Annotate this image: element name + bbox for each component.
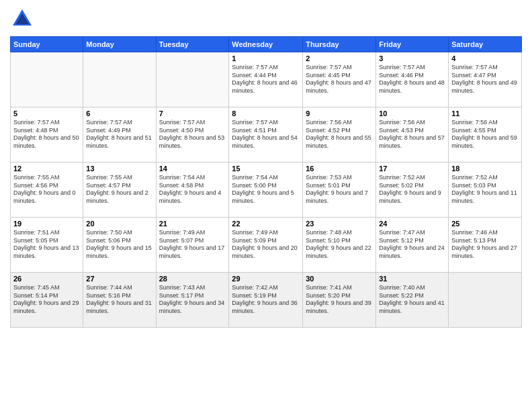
day-info: Sunrise: 7:57 AM Sunset: 4:45 PM Dayligh…	[306, 64, 373, 95]
calendar-cell: 13Sunrise: 7:55 AM Sunset: 4:57 PM Dayli…	[83, 163, 156, 218]
day-info: Sunrise: 7:45 AM Sunset: 5:14 PM Dayligh…	[13, 284, 80, 316]
day-info: Sunrise: 7:57 AM Sunset: 4:44 PM Dayligh…	[232, 64, 300, 95]
day-info: Sunrise: 7:57 AM Sunset: 4:47 PM Dayligh…	[451, 64, 519, 95]
calendar-cell: 24Sunrise: 7:47 AM Sunset: 5:12 PM Dayli…	[376, 218, 449, 273]
day-number: 20	[86, 220, 152, 228]
calendar-cell: 17Sunrise: 7:52 AM Sunset: 5:02 PM Dayli…	[376, 163, 449, 218]
calendar-header-row: SundayMondayTuesdayWednesdayThursdayFrid…	[11, 37, 522, 52]
calendar-week-row: 19Sunrise: 7:51 AM Sunset: 5:05 PM Dayli…	[11, 218, 522, 273]
weekday-header: Monday	[83, 37, 156, 52]
day-info: Sunrise: 7:57 AM Sunset: 4:49 PM Dayligh…	[86, 119, 152, 150]
calendar-cell: 28Sunrise: 7:43 AM Sunset: 5:17 PM Dayli…	[156, 273, 229, 328]
calendar-cell: 26Sunrise: 7:45 AM Sunset: 5:14 PM Dayli…	[11, 273, 83, 328]
calendar-cell	[83, 52, 156, 107]
calendar-cell: 3Sunrise: 7:57 AM Sunset: 4:46 PM Daylig…	[376, 52, 449, 107]
day-number: 27	[86, 275, 152, 283]
day-info: Sunrise: 7:56 AM Sunset: 4:55 PM Dayligh…	[451, 119, 519, 150]
calendar-cell: 30Sunrise: 7:41 AM Sunset: 5:20 PM Dayli…	[303, 273, 376, 328]
page: SundayMondayTuesdayWednesdayThursdayFrid…	[0, 0, 532, 411]
calendar-cell: 16Sunrise: 7:53 AM Sunset: 5:01 PM Dayli…	[303, 163, 376, 218]
day-number: 26	[13, 275, 80, 283]
logo	[10, 7, 34, 31]
day-number: 9	[306, 109, 373, 118]
calendar-table: SundayMondayTuesdayWednesdayThursdayFrid…	[10, 36, 522, 328]
calendar-cell: 31Sunrise: 7:40 AM Sunset: 5:22 PM Dayli…	[376, 273, 449, 328]
day-info: Sunrise: 7:46 AM Sunset: 5:13 PM Dayligh…	[451, 229, 519, 261]
day-number: 15	[232, 165, 300, 173]
calendar-cell: 21Sunrise: 7:49 AM Sunset: 5:07 PM Dayli…	[156, 218, 229, 273]
day-info: Sunrise: 7:51 AM Sunset: 5:05 PM Dayligh…	[13, 229, 80, 261]
day-number: 22	[232, 220, 300, 228]
day-info: Sunrise: 7:56 AM Sunset: 4:53 PM Dayligh…	[379, 119, 445, 150]
day-info: Sunrise: 7:42 AM Sunset: 5:19 PM Dayligh…	[232, 284, 300, 316]
calendar-cell: 23Sunrise: 7:48 AM Sunset: 5:10 PM Dayli…	[303, 218, 376, 273]
day-info: Sunrise: 7:43 AM Sunset: 5:17 PM Dayligh…	[159, 284, 226, 316]
day-info: Sunrise: 7:54 AM Sunset: 4:58 PM Dayligh…	[159, 174, 226, 205]
calendar-cell: 19Sunrise: 7:51 AM Sunset: 5:05 PM Dayli…	[11, 218, 83, 273]
day-info: Sunrise: 7:47 AM Sunset: 5:12 PM Dayligh…	[379, 229, 445, 261]
calendar-cell: 14Sunrise: 7:54 AM Sunset: 4:58 PM Dayli…	[156, 163, 229, 218]
day-number: 17	[379, 165, 445, 173]
weekday-header: Sunday	[11, 37, 83, 52]
calendar-cell: 20Sunrise: 7:50 AM Sunset: 5:06 PM Dayli…	[83, 218, 156, 273]
day-info: Sunrise: 7:52 AM Sunset: 5:03 PM Dayligh…	[451, 174, 519, 205]
weekday-header: Tuesday	[156, 37, 229, 52]
day-number: 12	[13, 165, 80, 173]
day-number: 2	[306, 54, 373, 62]
calendar-cell: 12Sunrise: 7:55 AM Sunset: 4:56 PM Dayli…	[11, 163, 83, 218]
day-number: 6	[86, 109, 152, 118]
day-info: Sunrise: 7:56 AM Sunset: 4:52 PM Dayligh…	[306, 119, 373, 150]
calendar-cell: 25Sunrise: 7:46 AM Sunset: 5:13 PM Dayli…	[449, 218, 522, 273]
day-number: 25	[451, 220, 519, 228]
day-info: Sunrise: 7:52 AM Sunset: 5:02 PM Dayligh…	[379, 174, 445, 205]
calendar-cell: 5Sunrise: 7:57 AM Sunset: 4:48 PM Daylig…	[11, 107, 83, 163]
calendar-cell: 6Sunrise: 7:57 AM Sunset: 4:49 PM Daylig…	[83, 107, 156, 163]
day-number: 24	[379, 220, 445, 228]
calendar-cell: 1Sunrise: 7:57 AM Sunset: 4:44 PM Daylig…	[229, 52, 303, 107]
calendar-cell: 22Sunrise: 7:49 AM Sunset: 5:09 PM Dayli…	[229, 218, 303, 273]
day-number: 11	[451, 109, 519, 118]
day-info: Sunrise: 7:53 AM Sunset: 5:01 PM Dayligh…	[306, 174, 373, 205]
calendar-cell: 10Sunrise: 7:56 AM Sunset: 4:53 PM Dayli…	[376, 107, 449, 163]
day-info: Sunrise: 7:49 AM Sunset: 5:09 PM Dayligh…	[232, 229, 300, 261]
day-info: Sunrise: 7:49 AM Sunset: 5:07 PM Dayligh…	[159, 229, 226, 261]
weekday-header: Wednesday	[229, 37, 303, 52]
day-number: 5	[13, 109, 80, 118]
day-number: 4	[451, 54, 519, 62]
day-info: Sunrise: 7:57 AM Sunset: 4:46 PM Dayligh…	[379, 64, 445, 95]
calendar-cell: 27Sunrise: 7:44 AM Sunset: 5:16 PM Dayli…	[83, 273, 156, 328]
day-info: Sunrise: 7:50 AM Sunset: 5:06 PM Dayligh…	[86, 229, 152, 261]
day-number: 1	[232, 54, 300, 62]
weekday-header: Thursday	[303, 37, 376, 52]
day-info: Sunrise: 7:57 AM Sunset: 4:48 PM Dayligh…	[13, 119, 80, 150]
day-number: 23	[306, 220, 373, 228]
day-number: 16	[306, 165, 373, 173]
calendar-week-row: 26Sunrise: 7:45 AM Sunset: 5:14 PM Dayli…	[11, 273, 522, 328]
calendar-cell: 15Sunrise: 7:54 AM Sunset: 5:00 PM Dayli…	[229, 163, 303, 218]
day-number: 14	[159, 165, 226, 173]
calendar-cell: 4Sunrise: 7:57 AM Sunset: 4:47 PM Daylig…	[449, 52, 522, 107]
day-number: 7	[159, 109, 226, 118]
day-number: 3	[379, 54, 445, 62]
day-number: 8	[232, 109, 300, 118]
calendar-cell: 8Sunrise: 7:57 AM Sunset: 4:51 PM Daylig…	[229, 107, 303, 163]
calendar-cell: 29Sunrise: 7:42 AM Sunset: 5:19 PM Dayli…	[229, 273, 303, 328]
day-info: Sunrise: 7:55 AM Sunset: 4:56 PM Dayligh…	[13, 174, 80, 205]
calendar-cell	[449, 273, 522, 328]
day-number: 13	[86, 165, 152, 173]
calendar-cell: 7Sunrise: 7:57 AM Sunset: 4:50 PM Daylig…	[156, 107, 229, 163]
calendar-cell: 2Sunrise: 7:57 AM Sunset: 4:45 PM Daylig…	[303, 52, 376, 107]
day-info: Sunrise: 7:44 AM Sunset: 5:16 PM Dayligh…	[86, 284, 152, 316]
day-number: 30	[306, 275, 373, 283]
day-number: 21	[159, 220, 226, 228]
day-number: 29	[232, 275, 300, 283]
calendar-cell: 9Sunrise: 7:56 AM Sunset: 4:52 PM Daylig…	[303, 107, 376, 163]
day-info: Sunrise: 7:57 AM Sunset: 4:51 PM Dayligh…	[232, 119, 300, 150]
day-number: 18	[451, 165, 519, 173]
day-info: Sunrise: 7:48 AM Sunset: 5:10 PM Dayligh…	[306, 229, 373, 261]
day-number: 10	[379, 109, 445, 118]
calendar-cell	[11, 52, 83, 107]
calendar-cell: 18Sunrise: 7:52 AM Sunset: 5:03 PM Dayli…	[449, 163, 522, 218]
day-number: 31	[379, 275, 445, 283]
day-number: 28	[159, 275, 226, 283]
